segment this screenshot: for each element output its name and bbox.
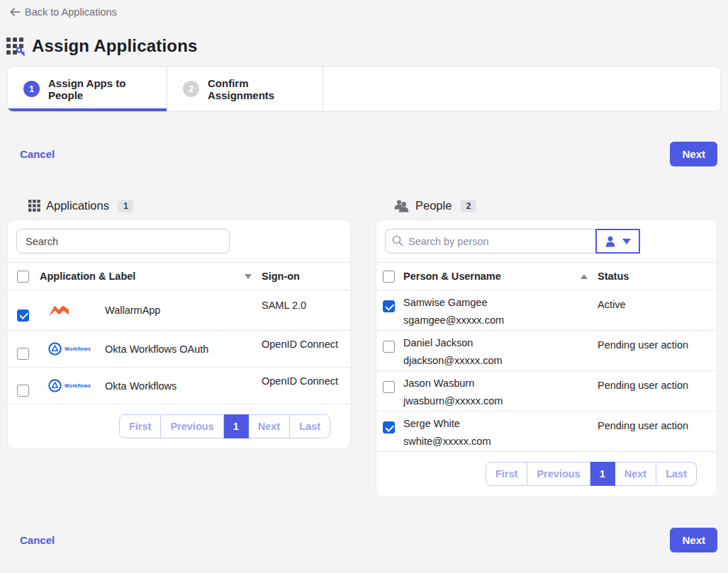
applications-search-row xyxy=(8,220,350,263)
step-number-2: 2 xyxy=(183,81,199,97)
person-row: Jason Wasburn jwasburn@xxxxx.com Pending… xyxy=(376,371,717,412)
app-grid-key-icon xyxy=(6,37,25,56)
pagination-previous-button[interactable]: Previous xyxy=(527,462,590,486)
pagination-first-button[interactable]: First xyxy=(119,414,161,438)
workflows-logo-label: Workflows xyxy=(65,346,91,351)
application-label-header: Application & Label xyxy=(40,271,135,282)
row-checkbox-cell xyxy=(8,338,40,360)
application-row: Workflows Okta Workflows OAuth OpenID Co… xyxy=(8,331,350,368)
application-label-header-cell[interactable]: Application & Label xyxy=(40,271,262,282)
person-row-checkbox[interactable] xyxy=(383,341,395,353)
person-username-header: Person & Username xyxy=(403,271,501,282)
pagination-last-button[interactable]: Last xyxy=(290,414,330,438)
people-pagination-row: First Previous 1 Next Last xyxy=(376,452,717,496)
select-all-people-checkbox[interactable] xyxy=(383,271,395,283)
person-filter-dropdown-button[interactable] xyxy=(595,229,640,254)
person-icon xyxy=(605,236,616,247)
workflows-logo-label: Workflows xyxy=(65,383,91,388)
person-status: Pending user action xyxy=(598,412,717,451)
pagination-next-button[interactable]: Next xyxy=(249,414,290,438)
step-number-1: 1 xyxy=(23,81,40,97)
app-name: WallarmApp xyxy=(105,305,160,316)
chevron-down-icon xyxy=(622,239,631,244)
person-username: swhite@xxxxx.com xyxy=(403,436,598,447)
app-row-checkbox[interactable] xyxy=(17,348,29,360)
row-checkbox-cell xyxy=(376,371,403,411)
tab-confirm-assignments[interactable]: 2 Confirm Assignments xyxy=(167,67,323,111)
applications-search-input[interactable] xyxy=(16,229,230,254)
app-row-checkbox[interactable] xyxy=(17,310,29,322)
applications-card: Application & Label Sign-on xyxy=(7,220,351,449)
people-search-input[interactable] xyxy=(385,229,595,254)
person-cell: Jason Wasburn jwasburn@xxxxx.com xyxy=(403,371,598,411)
header-checkbox-cell xyxy=(8,271,40,283)
app-name-cell: Workflows Okta Workflows OAuth xyxy=(40,342,262,356)
cancel-link-bottom[interactable]: Cancel xyxy=(20,534,55,546)
header-checkbox-cell xyxy=(376,271,403,283)
next-button-bottom[interactable]: Next xyxy=(670,528,717,552)
pagination-last-button[interactable]: Last xyxy=(656,462,697,486)
cancel-link-top[interactable]: Cancel xyxy=(20,148,55,160)
tab-label: Confirm Assignments xyxy=(208,77,308,101)
back-link-label: Back to Applications xyxy=(25,6,117,18)
people-panel: People 2 xyxy=(376,199,717,497)
app-name-cell: Workflows Okta Workflows xyxy=(40,379,262,392)
tab-assign-apps-to-people[interactable]: 1 Assign Apps to People xyxy=(8,67,167,111)
app-name: Okta Workflows xyxy=(105,380,177,392)
people-search-group xyxy=(385,229,640,254)
row-checkbox-cell xyxy=(376,331,403,370)
search-icon xyxy=(392,235,403,246)
person-status: Pending user action xyxy=(598,371,717,411)
assign-applications-page: Back to Applications Assign Applications… xyxy=(0,0,728,573)
person-cell: Daniel Jackson djackson@xxxxx.com xyxy=(403,331,598,370)
select-all-apps-checkbox[interactable] xyxy=(17,271,29,283)
back-to-applications-link[interactable]: Back to Applications xyxy=(10,6,117,18)
people-pagination: First Previous 1 Next Last xyxy=(486,462,697,486)
person-row-checkbox[interactable] xyxy=(383,421,395,433)
person-username: jwasburn@xxxxx.com xyxy=(403,395,598,407)
logo-cell: Workflows xyxy=(40,379,105,392)
status-header: Status xyxy=(598,271,717,282)
person-cell: Samwise Gamgee sgamgee@xxxxx.com xyxy=(403,290,598,330)
applications-heading-label: Applications xyxy=(46,199,109,212)
applications-heading: Applications 1 xyxy=(28,199,351,212)
person-row-checkbox[interactable] xyxy=(383,381,395,393)
app-name-cell: WallarmApp xyxy=(40,303,262,318)
people-heading-label: People xyxy=(415,199,452,212)
person-name: Jason Wasburn xyxy=(403,378,598,389)
person-row: Daniel Jackson djackson@xxxxx.com Pendin… xyxy=(376,331,717,371)
person-name: Daniel Jackson xyxy=(403,337,598,348)
panels-container: Applications 1 Application & Label Sign-… xyxy=(7,199,717,497)
arrow-left-icon xyxy=(10,8,21,16)
pagination-next-button[interactable]: Next xyxy=(615,462,656,486)
person-username: djackson@xxxxx.com xyxy=(403,355,598,366)
page-title-row: Assign Applications xyxy=(6,36,728,56)
row-checkbox-cell xyxy=(376,290,403,330)
okta-workflows-logo xyxy=(48,342,62,356)
tab-label: Assign Apps to People xyxy=(48,77,152,101)
person-row-checkbox[interactable] xyxy=(383,300,395,312)
app-row-checkbox[interactable] xyxy=(17,385,29,397)
row-checkbox-cell xyxy=(8,300,40,322)
pagination-page-1-button[interactable]: 1 xyxy=(590,462,615,486)
person-status: Active xyxy=(598,290,717,330)
pagination-first-button[interactable]: First xyxy=(486,462,527,486)
okta-workflows-logo xyxy=(48,379,62,392)
next-button-top[interactable]: Next xyxy=(670,142,717,166)
app-signon: OpenID Connect xyxy=(262,368,350,387)
sort-asc-icon xyxy=(581,274,588,279)
applications-pagination: First Previous 1 Next Last xyxy=(119,414,330,438)
logo-cell: Workflows xyxy=(40,342,105,356)
person-status: Pending user action xyxy=(598,331,717,370)
top-actions-row: Cancel Next xyxy=(20,142,717,166)
person-cell: Serge White swhite@xxxxx.com xyxy=(403,412,598,451)
applications-count-badge: 1 xyxy=(118,200,134,212)
pagination-page-1-button[interactable]: 1 xyxy=(224,414,249,438)
pagination-previous-button[interactable]: Previous xyxy=(161,414,223,438)
applications-pagination-row: First Previous 1 Next Last xyxy=(8,404,350,448)
applications-grid-icon xyxy=(28,200,40,212)
person-row: Samwise Gamgee sgamgee@xxxxx.com Active xyxy=(376,290,717,331)
app-name: Okta Workflows OAuth xyxy=(105,344,208,355)
person-row: Serge White swhite@xxxxx.com Pending use… xyxy=(376,412,717,452)
person-username-header-cell[interactable]: Person & Username xyxy=(403,271,598,282)
